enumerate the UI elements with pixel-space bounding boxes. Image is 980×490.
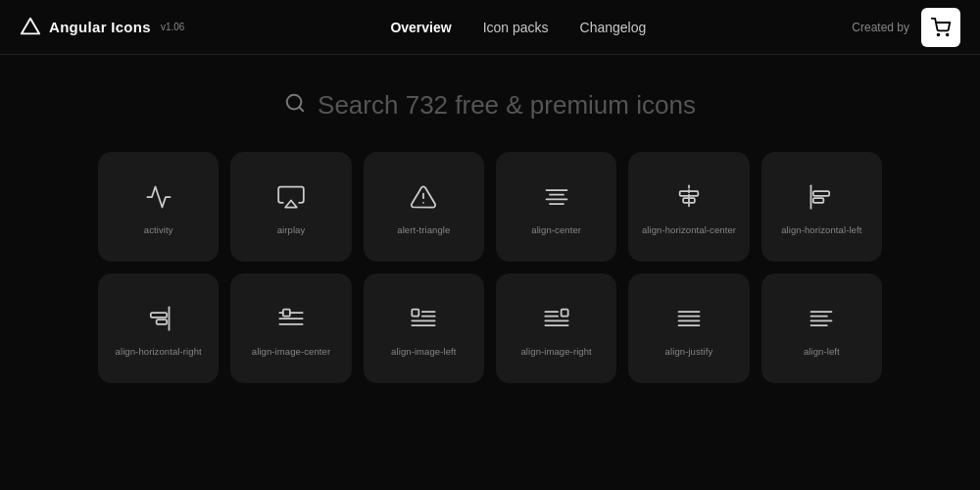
icon-card-align-left[interactable]: align-left: [761, 273, 882, 383]
created-by-text: Created by: [852, 21, 909, 34]
align-center-icon: [541, 181, 572, 213]
icon-card-align-horizontal-right[interactable]: align-horizontal-right: [98, 273, 219, 383]
align-justify-icon: [673, 303, 705, 334]
icons-grid: activity airplay alert-triangle align-ce…: [0, 152, 980, 383]
svg-rect-17: [813, 198, 824, 203]
icon-card-align-center[interactable]: align-center: [496, 152, 616, 262]
alert-triangle-icon: [408, 181, 439, 213]
svg-point-2: [947, 33, 949, 35]
logo-area: Angular Icons v1.06: [20, 17, 184, 38]
icon-card-align-horizontal-left[interactable]: align-horizontal-left: [761, 152, 882, 262]
svg-marker-5: [285, 200, 297, 207]
icon-card-alert-triangle[interactable]: alert-triangle: [364, 152, 484, 262]
cart-icon: [931, 18, 951, 37]
icon-label-align-image-left: align-image-left: [391, 346, 456, 358]
icon-label-align-image-right: align-image-right: [520, 346, 591, 358]
icon-label-align-left: align-left: [804, 346, 840, 358]
icon-label-align-horizontal-left: align-horizontal-left: [781, 224, 861, 236]
icon-card-align-image-left[interactable]: align-image-left: [364, 273, 484, 383]
search-wrapper[interactable]: Search 732 free & premium icons: [284, 90, 696, 121]
icon-label-align-justify: align-justify: [665, 346, 713, 358]
align-image-right-icon: [541, 303, 572, 334]
logo-icon: [20, 17, 41, 38]
search-icon: [284, 92, 306, 119]
main-nav: Overview Icon packs Changelog: [390, 20, 646, 35]
icon-card-align-justify[interactable]: align-justify: [628, 273, 749, 383]
icon-card-activity[interactable]: activity: [98, 152, 219, 262]
icon-card-airplay[interactable]: airplay: [230, 152, 351, 262]
icon-label-align-image-center: align-image-center: [252, 346, 330, 358]
align-horizontal-right-icon: [143, 303, 174, 334]
nav-changelog[interactable]: Changelog: [580, 20, 647, 35]
search-placeholder[interactable]: Search 732 free & premium icons: [318, 90, 696, 121]
icon-card-align-image-right[interactable]: align-image-right: [496, 273, 616, 383]
icon-label-alert-triangle: alert-triangle: [397, 224, 450, 236]
nav-icon-packs[interactable]: Icon packs: [483, 20, 549, 35]
align-horizontal-center-icon: [673, 181, 705, 213]
version-badge: v1.06: [161, 22, 184, 32]
activity-icon: [143, 181, 174, 213]
svg-marker-0: [22, 18, 39, 33]
icon-label-align-horizontal-center: align-horizontal-center: [642, 224, 736, 236]
icon-label-align-center: align-center: [531, 224, 581, 236]
nav-overview[interactable]: Overview: [390, 20, 451, 35]
svg-line-4: [299, 107, 303, 111]
icon-label-activity: activity: [144, 224, 173, 236]
align-image-center-icon: [275, 303, 307, 334]
svg-point-1: [938, 33, 940, 35]
align-image-left-icon: [408, 303, 439, 334]
svg-rect-31: [561, 310, 567, 317]
search-section: Search 732 free & premium icons: [0, 55, 980, 152]
icon-label-airplay: airplay: [277, 224, 306, 236]
icon-card-align-horizontal-center[interactable]: align-horizontal-center: [628, 152, 749, 262]
logo-text: Angular Icons: [49, 19, 151, 35]
svg-rect-19: [150, 313, 166, 318]
svg-rect-26: [413, 310, 419, 317]
svg-rect-16: [813, 191, 829, 196]
cart-button[interactable]: [921, 8, 960, 47]
airplay-icon: [275, 181, 307, 213]
svg-rect-20: [156, 319, 167, 324]
header-right: Created by: [852, 8, 960, 47]
header: Angular Icons v1.06 Overview Icon packs …: [0, 0, 980, 55]
icon-card-align-image-center[interactable]: align-image-center: [230, 273, 351, 383]
align-left-icon: [806, 303, 837, 334]
icon-label-align-horizontal-right: align-horizontal-right: [116, 346, 202, 358]
svg-rect-21: [283, 310, 290, 317]
svg-rect-13: [680, 191, 699, 196]
align-horizontal-left-icon: [806, 181, 837, 213]
